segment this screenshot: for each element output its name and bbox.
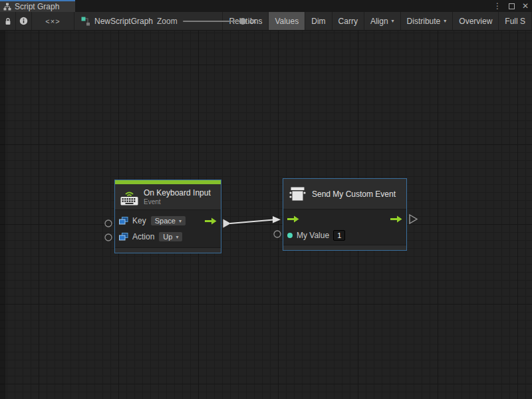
values-button[interactable]: Values — [269, 12, 305, 30]
my-value-input[interactable]: 1 — [333, 230, 345, 241]
node-send-my-custom-event[interactable]: Send My Custom Event — [283, 178, 407, 251]
window-menu-icon[interactable]: ⋮ — [493, 2, 501, 10]
zoom-slider-handle[interactable] — [239, 18, 246, 25]
window-controls: ⋮ ✕ — [493, 0, 529, 12]
enum-icon — [119, 233, 128, 241]
chevron-down-icon: ▾ — [176, 234, 178, 240]
align-dropdown-button[interactable]: Align ▾ — [364, 12, 401, 30]
fullscreen-label: Full S — [505, 17, 525, 26]
canvas-edge-shadow — [0, 31, 5, 399]
action-dropdown-value: Up — [163, 233, 172, 241]
flow-input-arrow-icon[interactable] — [287, 215, 299, 223]
flow-output-arrow-icon[interactable] — [205, 217, 217, 225]
port-row-my-value: My Value 1 — [287, 229, 402, 242]
graph-canvas[interactable] — [0, 31, 532, 399]
zoom-slider[interactable] — [183, 21, 244, 22]
dim-label: Dim — [311, 17, 325, 26]
node-on-keyboard-input[interactable]: On Keyboard Input Event Key Space ▾ — [114, 180, 221, 253]
distribute-label: Distribute — [407, 17, 441, 26]
lock-icon — [4, 17, 12, 25]
key-dropdown-value: Space — [155, 217, 176, 225]
graph-toolbar: <×> NewScriptGraph Zoom 1x Relations Val… — [0, 12, 532, 31]
node-title: Send My Custom Event — [312, 190, 396, 199]
port-label-action: Action — [132, 232, 154, 241]
maximize-icon[interactable] — [509, 3, 515, 9]
lock-button[interactable] — [0, 12, 16, 30]
node-footer — [283, 245, 406, 250]
code-icon: <×> — [45, 17, 60, 25]
info-button[interactable] — [16, 12, 32, 30]
node-subtitle: Event — [144, 198, 211, 205]
info-icon — [19, 17, 28, 25]
overview-label: Overview — [459, 17, 492, 26]
chevron-down-icon: ▾ — [444, 18, 446, 24]
zoom-label: Zoom — [157, 17, 178, 26]
values-label: Values — [275, 17, 299, 26]
graph-name-breadcrumb[interactable]: NewScriptGraph — [94, 17, 153, 26]
graph-breadcrumb-segment: NewScriptGraph Zoom 1x — [74, 12, 223, 30]
align-label: Align — [370, 17, 388, 26]
port-row-key: Key Space ▾ — [119, 214, 217, 227]
script-graph-window: Script Graph ⋮ ✕ — [0, 0, 532, 399]
distribute-dropdown-button[interactable]: Distribute ▾ — [401, 12, 454, 30]
port-label-my-value: My Value — [297, 231, 329, 240]
node-footer — [115, 247, 221, 253]
keyboard-icon — [120, 189, 138, 205]
node-header: Send My Custom Event — [283, 179, 406, 209]
flow-row — [287, 213, 402, 226]
node-body: Key Space ▾ — [115, 210, 221, 247]
dim-button[interactable]: Dim — [305, 12, 332, 30]
carry-label: Carry — [338, 17, 358, 26]
port-label-key: Key — [132, 216, 146, 225]
hierarchy-graph-icon — [3, 3, 11, 11]
unit-machine-icon — [289, 185, 307, 203]
overview-button[interactable]: Overview — [453, 12, 499, 30]
value-port-dot-icon[interactable] — [287, 233, 293, 238]
enum-icon — [119, 217, 128, 225]
chevron-down-icon: ▾ — [392, 18, 394, 24]
node-body: My Value 1 — [283, 209, 406, 245]
fullscreen-button[interactable]: Full S — [499, 12, 532, 30]
action-dropdown[interactable]: Up ▾ — [158, 231, 183, 242]
port-row-action: Action Up ▾ — [119, 230, 217, 243]
chevron-down-icon: ▾ — [179, 218, 182, 224]
node-header: On Keyboard Input Event — [115, 184, 221, 210]
close-icon[interactable]: ✕ — [522, 2, 529, 10]
tab-title: Script Graph — [15, 2, 59, 11]
flow-output-arrow-icon[interactable] — [390, 215, 402, 223]
graph-asset-icon — [81, 17, 90, 26]
key-dropdown[interactable]: Space ▾ — [150, 215, 186, 226]
carry-button[interactable]: Carry — [332, 12, 364, 30]
zoom-control: Zoom 1x — [157, 17, 256, 26]
tab-bar: Script Graph ⋮ ✕ — [0, 0, 532, 12]
code-preview-button[interactable]: <×> — [32, 12, 74, 30]
tab-script-graph[interactable]: Script Graph — [0, 0, 75, 12]
node-title: On Keyboard Input — [144, 188, 211, 198]
